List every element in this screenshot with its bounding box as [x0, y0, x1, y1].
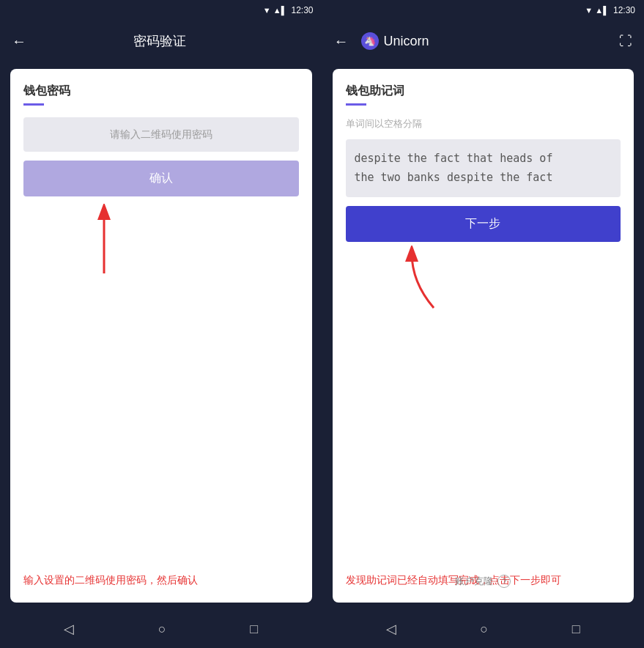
left-card-title: 钱包密码 — [23, 84, 299, 99]
left-back-button[interactable]: ← — [12, 33, 26, 50]
signal-icon-left: ▼ ▲▌ — [263, 6, 287, 15]
left-card: 钱包密码 请输入二维码使用密码 确认 输入设置的二维码使用密码，然后确认 — [10, 69, 312, 603]
right-card-underline — [346, 103, 366, 106]
left-app-title: 密码验证 — [38, 32, 281, 50]
left-red-arrow — [82, 204, 141, 277]
mnemonic-subtitle: 单词间以空格分隔 — [346, 117, 621, 130]
expand-icon[interactable]: ⛶ — [619, 34, 632, 49]
help-icon[interactable]: ? — [497, 575, 511, 588]
confirm-button[interactable]: 确认 — [23, 161, 299, 196]
right-card: 钱包助记词 单词间以空格分隔 despite the fact that hea… — [333, 69, 634, 603]
left-nav: ◁ ○ □ — [0, 610, 322, 648]
right-arrow-area: 发现助记词已经自动填写完成，点击下一步即可 — [346, 242, 621, 588]
right-red-arrow — [390, 246, 456, 312]
left-annotation-text: 输入设置的二维码使用密码，然后确认 — [23, 574, 198, 586]
left-card-underline — [23, 103, 44, 106]
left-home-nav[interactable]: ○ — [158, 622, 166, 637]
right-back-nav[interactable]: ◁ — [386, 621, 396, 637]
svg-text:🦄: 🦄 — [364, 34, 377, 47]
right-app-bar: ← 🦄 Unicorn ⛶ — [322, 21, 645, 62]
right-card-title: 钱包助记词 — [346, 84, 621, 99]
status-bar: ▼ ▲▌ 12:30 ▼ ▲▌ 12:30 — [0, 0, 644, 21]
status-bar-left: ▼ ▲▌ 12:30 — [0, 0, 322, 21]
password-input-placeholder: 请输入二维码使用密码 — [110, 128, 212, 140]
time-right: 12:30 — [613, 5, 635, 15]
next-button[interactable]: 下一步 — [346, 206, 621, 242]
left-arrow-area: 输入设置的二维码使用密码，然后确认 — [23, 196, 299, 588]
right-nav: ◁ ○ □ — [322, 610, 645, 648]
main-content: ← 密码验证 钱包密码 请输入二维码使用密码 确认 — [0, 21, 644, 610]
account-clone-label: 账户克隆 — [455, 575, 493, 588]
left-annotation: 输入设置的二维码使用密码，然后确认 — [23, 572, 299, 588]
left-recent-nav[interactable]: □ — [250, 622, 258, 637]
status-bar-right: ▼ ▲▌ 12:30 — [322, 0, 645, 21]
right-panel: ← 🦄 Unicorn ⛶ 钱包助记词 单词间以空格分隔 despite the… — [322, 21, 645, 610]
mnemonic-display[interactable]: despite the fact that heads of the two b… — [346, 139, 621, 197]
left-app-bar: ← 密码验证 — [0, 21, 322, 62]
signal-icon-right: ▼ ▲▌ — [585, 6, 609, 15]
right-app-title: Unicorn — [384, 34, 429, 49]
mnemonic-text: despite the fact that heads of the two b… — [355, 152, 553, 184]
account-clone-row: 账户克隆 ? — [333, 575, 634, 588]
nav-bar: ◁ ○ □ ◁ ○ □ — [0, 610, 644, 648]
unicorn-icon: 🦄 — [360, 32, 380, 51]
left-back-nav[interactable]: ◁ — [64, 621, 74, 637]
time-left: 12:30 — [291, 5, 313, 15]
unicorn-logo: 🦄 Unicorn — [360, 32, 429, 51]
password-input-wrapper[interactable]: 请输入二维码使用密码 — [23, 117, 299, 152]
left-panel: ← 密码验证 钱包密码 请输入二维码使用密码 确认 — [0, 21, 322, 610]
right-home-nav[interactable]: ○ — [480, 622, 488, 637]
right-recent-nav[interactable]: □ — [572, 622, 580, 637]
right-back-button[interactable]: ← — [334, 33, 349, 50]
